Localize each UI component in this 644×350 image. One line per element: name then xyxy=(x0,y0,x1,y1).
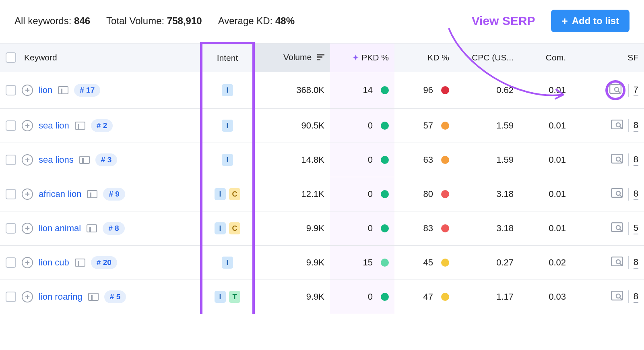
add-to-list-button[interactable]: + Add to list xyxy=(551,10,630,32)
col-pkd[interactable]: ✦PKD % xyxy=(330,43,394,72)
table-row: +lion cub# 20I9.9K15450.270.028 xyxy=(0,246,644,280)
col-cpc[interactable]: CPC (US... xyxy=(455,43,519,72)
com-cell: 0.01 xyxy=(519,109,572,143)
view-serp-icon[interactable] xyxy=(611,188,623,200)
pkd-cell: 14 xyxy=(330,72,394,109)
pkd-dot xyxy=(381,190,389,198)
sf-count: 8 xyxy=(634,291,638,303)
intent-cell: I xyxy=(208,154,247,166)
com-cell: 0.03 xyxy=(519,280,572,314)
sf-count: 8 xyxy=(634,257,638,269)
avg-kd-value: 48% xyxy=(275,15,295,26)
view-serp-icon[interactable] xyxy=(608,83,623,98)
intent-cell: I xyxy=(208,257,247,269)
sf-cell: 8 xyxy=(577,119,638,132)
keywords-table: Keyword Intent Volume ✦PKD % KD % CPC (U… xyxy=(0,42,644,314)
intent-badge-t: T xyxy=(229,291,240,303)
serp-features-icon[interactable] xyxy=(88,293,99,301)
kd-cell: 57 xyxy=(394,109,455,143)
serp-features-icon[interactable] xyxy=(79,156,90,164)
row-checkbox[interactable] xyxy=(6,189,16,199)
keyword-link[interactable]: lion xyxy=(39,85,52,95)
pkd-dot xyxy=(381,86,389,94)
serp-features-icon[interactable] xyxy=(87,224,97,232)
svg-rect-2 xyxy=(317,59,320,60)
avg-kd-label: Average KD: xyxy=(218,15,273,26)
sf-count: 8 xyxy=(634,154,638,166)
keyword-link[interactable]: lion cub xyxy=(39,257,69,268)
pkd-dot xyxy=(381,224,389,232)
svg-rect-1 xyxy=(317,56,322,58)
keyword-link[interactable]: lion roaring xyxy=(39,292,83,302)
keyword-link[interactable]: sea lion xyxy=(39,120,69,131)
sf-cell: 7 xyxy=(577,83,638,98)
kd-cell: 96 xyxy=(394,72,455,109)
svg-line-17 xyxy=(620,229,621,231)
serp-features-icon[interactable] xyxy=(58,86,68,94)
sort-desc-icon xyxy=(317,53,324,62)
row-checkbox[interactable] xyxy=(6,223,16,234)
col-sf[interactable]: SF xyxy=(572,43,644,72)
intent-badge-i: I xyxy=(215,291,226,303)
view-serp-icon[interactable] xyxy=(611,291,623,303)
position-badge: # 5 xyxy=(104,290,126,303)
sparkle-icon: ✦ xyxy=(352,53,359,62)
expand-icon[interactable]: + xyxy=(22,223,33,234)
cpc-cell: 1.59 xyxy=(455,143,519,177)
sf-count: 7 xyxy=(634,85,638,96)
total-volume-label: Total Volume: xyxy=(106,15,164,26)
row-checkbox[interactable] xyxy=(6,120,16,131)
serp-features-icon[interactable] xyxy=(87,190,97,198)
view-serp-icon[interactable] xyxy=(611,120,623,132)
summary-bar: All keywords: 846 Total Volume: 758,910 … xyxy=(0,0,644,42)
sf-cell: 8 xyxy=(577,290,638,303)
col-intent[interactable]: Intent xyxy=(201,43,254,72)
table-row: +sea lion# 2I90.5K0571.590.018 xyxy=(0,109,644,143)
sf-cell: 8 xyxy=(577,256,638,269)
view-serp-icon[interactable] xyxy=(611,154,623,166)
serp-features-icon[interactable] xyxy=(75,122,85,130)
kd-dot xyxy=(441,86,449,94)
add-to-list-label: Add to list xyxy=(572,15,619,27)
pkd-cell: 0 xyxy=(330,177,394,211)
expand-icon[interactable]: + xyxy=(22,120,33,131)
select-all-checkbox[interactable] xyxy=(6,52,16,63)
intent-badge-i: I xyxy=(222,257,233,269)
pkd-cell: 0 xyxy=(330,280,394,314)
expand-icon[interactable]: + xyxy=(22,154,33,166)
intent-badge-i: I xyxy=(222,154,233,166)
cpc-cell: 0.62 xyxy=(455,72,519,109)
view-serp-icon[interactable] xyxy=(611,257,623,269)
row-checkbox[interactable] xyxy=(6,292,16,302)
sf-count: 8 xyxy=(634,188,638,200)
keyword-link[interactable]: sea lions xyxy=(39,155,74,165)
pkd-dot xyxy=(381,259,389,267)
view-serp-icon[interactable] xyxy=(611,222,623,234)
svg-line-23 xyxy=(620,298,621,299)
expand-icon[interactable]: + xyxy=(22,291,33,302)
all-keywords-metric: All keywords: 846 xyxy=(14,15,90,27)
table-row: +lion# 17I368.0K14960.620.017 xyxy=(0,72,644,109)
col-kd[interactable]: KD % xyxy=(394,43,455,72)
expand-icon[interactable]: + xyxy=(22,257,33,268)
cpc-cell: 3.18 xyxy=(455,211,519,246)
col-volume[interactable]: Volume xyxy=(254,43,330,72)
keyword-link[interactable]: lion animal xyxy=(39,223,81,234)
position-badge: # 2 xyxy=(91,119,113,132)
table-row: +sea lions# 3I14.8K0631.590.018 xyxy=(0,143,644,177)
position-badge: # 9 xyxy=(103,188,125,201)
col-keyword[interactable]: Keyword xyxy=(0,43,201,72)
row-checkbox[interactable] xyxy=(6,155,16,165)
kd-dot xyxy=(441,156,449,164)
row-checkbox[interactable] xyxy=(6,257,16,268)
col-com[interactable]: Com. xyxy=(519,43,572,72)
row-checkbox[interactable] xyxy=(6,85,16,95)
intent-badge-i: I xyxy=(215,222,226,234)
kd-cell: 83 xyxy=(394,211,455,246)
expand-icon[interactable]: + xyxy=(22,85,33,96)
expand-icon[interactable]: + xyxy=(22,188,33,200)
avg-kd-metric: Average KD: 48% xyxy=(218,15,295,27)
serp-features-icon[interactable] xyxy=(75,259,85,267)
all-keywords-label: All keywords: xyxy=(14,15,71,26)
keyword-link[interactable]: african lion xyxy=(39,189,81,199)
